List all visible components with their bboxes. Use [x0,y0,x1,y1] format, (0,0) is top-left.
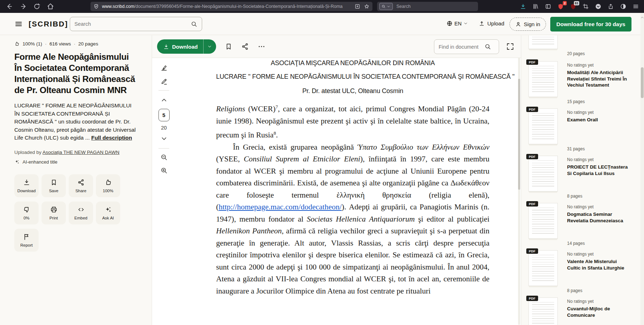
pdf-badge: PDF [526,296,538,301]
menu-icon[interactable] [633,3,639,10]
viewer-scrollbar[interactable] [518,58,520,325]
related-document-meta: No ratings yet Modalități Ale Anticipări… [567,61,631,104]
related-document-thumbnail[interactable]: PDF [528,250,558,286]
related-document-card[interactable]: PDF No ratings yet Examen Orall 31 pages [528,108,638,151]
chevron-down-icon [386,4,391,9]
related-title[interactable]: Modalități Ale Anticipării Revelației Sf… [567,69,631,88]
related-pages: 20 pages [567,48,631,56]
share-export-icon[interactable] [608,3,614,10]
site-search-input[interactable] [74,21,191,27]
download-split-button[interactable]: Download [157,39,216,54]
related-document-card[interactable]: PDF No ratings yet Modalități Ale Antici… [528,61,638,104]
page-scrollbar[interactable] [640,13,644,325]
related-title[interactable]: Cuvantul-Mijloc de Comunicare [567,306,631,318]
screenshot-crop-icon[interactable] [582,3,589,10]
language-label: EN [454,21,462,26]
page-number-input[interactable]: 5 [158,109,170,121]
full-description-link[interactable]: Full description [91,135,132,141]
zoom-out-icon[interactable] [160,154,168,161]
related-document-meta: No ratings yet Cuvantul-Mijloc de Comuni… [567,297,631,325]
account-icon[interactable] [620,3,626,10]
save-to-pocket-icon[interactable] [355,4,360,9]
document-page: ASOCIAŢIA MIŞCAREA NEOPĂGÂNILOR DIN ROMÂ… [176,58,521,325]
previous-page-icon[interactable] [160,96,168,104]
back-icon[interactable] [6,3,14,10]
related-document-thumbnail[interactable]: PDF [528,35,558,49]
related-document-card[interactable]: PDF No ratings yet Valente Ale Misterulu… [528,250,638,293]
url-path: /document/379956045/Forme-ale-Neopăganis… [134,4,342,9]
scroll-up-arrow[interactable] [640,16,644,19]
sign-in-button[interactable]: Sign in [509,18,546,31]
bookmark-star-icon[interactable] [364,4,370,9]
zoom-in-icon[interactable] [160,167,168,174]
sidebar-toggle-icon[interactable] [545,3,551,10]
report-action[interactable]: Report [14,229,39,252]
related-document-meta: No ratings yet Examen Orall 31 pages [567,108,631,151]
find-in-document-input[interactable] [439,44,484,50]
related-document-card[interactable]: PDF No ratings yet Cuvantul-Mijloc de Co… [528,297,638,325]
url-bar[interactable]: www.scribd.com/document/379956045/Forme-… [91,2,372,11]
save-action[interactable]: Save [42,174,66,197]
search-engine-chip[interactable] [379,3,393,10]
download-icon [163,44,169,50]
page-scrollbar-thumb[interactable] [641,67,644,98]
related-title[interactable]: Valente Ale Misterului Cultic in Sfanta … [567,258,631,271]
save-bookmark-icon[interactable] [225,43,233,50]
adblock-extension-icon[interactable]: 2 [557,3,564,10]
more-options-icon[interactable] [258,43,265,50]
download-action[interactable]: Download [14,174,39,197]
upload-icon [479,20,485,26]
upvote-action[interactable]: 100% [96,174,120,197]
find-in-document-box[interactable] [434,39,499,54]
related-document-card[interactable]: PDF No ratings yet Dogmatica Seminar Rev… [528,203,638,246]
library-icon[interactable] [532,3,539,10]
nav-menu-icon[interactable] [14,20,23,28]
related-document-meta: No ratings yet Dogmatica Seminar Revelat… [567,203,631,246]
site-search-box[interactable] [70,17,202,31]
download-button-main[interactable]: Download [157,39,203,54]
related-document-thumbnail[interactable]: PDF [528,61,558,97]
action-label: Ask AI [102,216,114,220]
download-free-trial-button[interactable]: Download free for 30 days [550,17,631,31]
downloads-icon[interactable] [520,3,526,10]
upload-button[interactable]: Upload [479,20,504,26]
share-icon[interactable] [241,43,249,50]
fullscreen-icon[interactable] [506,42,514,51]
document-hyperlink[interactable]: http://homepage.mac.com/dodecatheon/ [219,203,342,211]
related-title[interactable]: PROIECT DE LECȚnastera Si Copilaria Lui … [567,164,631,176]
related-document-thumbnail[interactable]: PDF [528,297,558,325]
annotate-pencil-icon[interactable] [160,78,168,85]
viewer-scrollbar-thumb[interactable] [518,79,520,190]
person-icon [515,21,521,27]
related-document-thumbnail[interactable]: PDF [528,108,558,144]
print-action[interactable]: Print [42,202,66,224]
reload-icon[interactable] [33,3,41,10]
related-title[interactable]: Dogmatica Seminar Revelatia Dumnezeiasca [567,211,631,224]
action-label: 0% [24,216,30,220]
ai-enhanced-label: AI-enhanced title [23,159,58,165]
language-selector[interactable]: EN [447,20,468,26]
tracking-shield-icon[interactable] [93,4,99,9]
ask-ai-action[interactable]: Ask AI [96,202,120,224]
uploader-link[interactable]: Asociația THE NEW PAGAN DAWN [43,150,119,155]
related-document-card[interactable]: PDF 20 pages [528,35,638,56]
related-document-card[interactable]: PDF No ratings yet PROIECT DE LECȚnaster… [528,156,638,199]
related-document-thumbnail[interactable]: PDF [528,203,558,239]
related-document-thumbnail[interactable]: PDF [528,156,558,191]
scribd-logo[interactable]: [SCRIBD] [29,20,68,28]
action-label: 100% [103,189,113,193]
next-page-icon[interactable] [160,135,168,142]
downvote-action[interactable]: 0% [14,202,39,224]
embed-action[interactable]: Embed [69,202,93,224]
share-action[interactable]: Share [69,174,93,197]
related-rating: No ratings yet [567,299,631,304]
pocket-icon[interactable] [595,3,601,10]
highlighter-icon[interactable] [160,64,168,71]
page-heading-3: Pr. Dr. atestat ULC, Olteanu Cosmin [216,87,489,95]
home-icon[interactable] [47,3,54,10]
download-options-arrow[interactable] [203,39,216,54]
browser-search-bar[interactable]: Search [377,2,478,11]
related-title[interactable]: Examen Orall [567,117,631,123]
ublock-extension-icon[interactable]: 83 [570,3,576,10]
forward-icon[interactable] [19,3,27,10]
